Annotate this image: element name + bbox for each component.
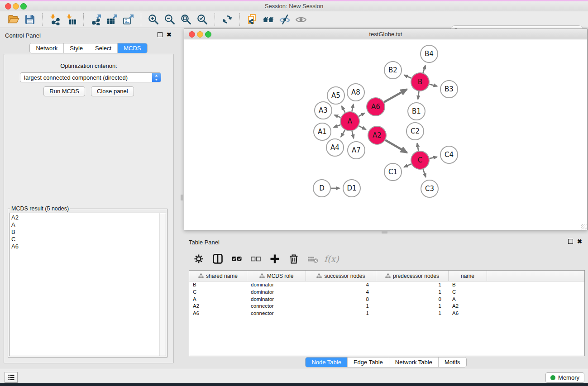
vertical-splitter-handle[interactable] — [181, 195, 183, 200]
table-cell[interactable]: A2 — [449, 303, 487, 310]
hide-selected-button[interactable] — [277, 12, 293, 27]
create-column-button[interactable] — [267, 251, 282, 267]
zoom-in-button[interactable] — [145, 12, 162, 27]
mcds-result-list[interactable]: A2ABCA6 — [9, 213, 166, 356]
apply-layout-button[interactable] — [219, 12, 235, 27]
node-A2[interactable]: A2 — [368, 126, 386, 144]
edge-C-C1[interactable] — [404, 164, 411, 167]
edge-A-A5[interactable] — [342, 106, 345, 113]
result-item[interactable]: A — [11, 221, 166, 229]
edge-B-B3[interactable] — [429, 84, 437, 86]
table-cell[interactable]: 4 — [306, 289, 376, 296]
node-C2[interactable]: C2 — [406, 123, 424, 140]
function-builder-button[interactable]: f(x) — [324, 254, 339, 264]
first-neighbors-button[interactable] — [260, 12, 277, 27]
optimization-criterion-dropdown[interactable]: largest connected component (directed) — [20, 72, 161, 82]
edge-B-B1[interactable] — [418, 91, 419, 100]
close-panel-button[interactable]: Close panel — [91, 86, 134, 96]
select-all-rows-button[interactable] — [229, 251, 244, 267]
table-cell[interactable]: A — [449, 296, 487, 303]
table-cell[interactable]: connector — [247, 310, 306, 317]
table-cell[interactable]: 0 — [376, 296, 449, 303]
show-all-button[interactable] — [293, 12, 309, 27]
table-cell[interactable]: A6 — [449, 310, 487, 317]
task-history-button[interactable] — [5, 372, 18, 383]
edge-A-A4[interactable] — [341, 130, 345, 137]
result-item[interactable]: B — [11, 229, 166, 236]
edge-C-C2[interactable] — [417, 143, 419, 151]
close-panel-icon[interactable]: ✖ — [167, 32, 172, 37]
network-from-selection-button[interactable] — [244, 12, 260, 27]
control-tab-mcds[interactable]: MCDS — [118, 43, 147, 53]
node-A4[interactable]: A4 — [326, 139, 344, 156]
close-table-panel-icon[interactable]: ✖ — [577, 239, 582, 244]
table-cell[interactable]: A6 — [189, 310, 247, 317]
result-item[interactable]: C — [11, 236, 166, 243]
edge-C-C3[interactable] — [423, 169, 426, 177]
memory-button[interactable]: Memory — [545, 372, 584, 383]
table-cell[interactable]: 1 — [376, 289, 449, 296]
node-A5[interactable]: A5 — [327, 87, 344, 104]
node-B[interactable]: B — [411, 73, 429, 91]
minimize-traffic-light[interactable] — [13, 3, 19, 10]
table-row[interactable]: Bdominator41B — [189, 281, 584, 289]
node-C3[interactable]: C3 — [421, 180, 438, 197]
table-cell[interactable]: 1 — [306, 303, 376, 310]
node-A3[interactable]: A3 — [315, 102, 332, 119]
float-panel-icon[interactable] — [158, 32, 163, 37]
control-tab-style[interactable]: Style — [64, 43, 89, 53]
delete-table-button[interactable] — [305, 251, 320, 267]
column-header-shared-name[interactable]: shared name — [189, 271, 247, 281]
node-C4[interactable]: C4 — [440, 146, 458, 163]
table-row[interactable]: A6connector11A6 — [189, 310, 584, 317]
node-D1[interactable]: D1 — [343, 180, 360, 197]
table-cell[interactable]: 1 — [306, 310, 376, 317]
column-header-predecessor-nodes[interactable]: predecessor nodes — [376, 271, 449, 281]
column-header-successor-nodes[interactable]: successor nodes — [306, 271, 376, 281]
close-traffic-light[interactable] — [5, 3, 11, 10]
control-tab-select[interactable]: Select — [89, 43, 118, 53]
table-tab-edge-table[interactable]: Edge Table — [348, 357, 389, 367]
import-table-button[interactable] — [63, 12, 79, 27]
network-zoom-traffic-light[interactable] — [205, 31, 211, 38]
node-A6[interactable]: A6 — [367, 98, 385, 116]
resize-grip-icon[interactable] — [581, 224, 587, 229]
run-mcds-button[interactable]: Run MCDS — [43, 86, 85, 96]
toggle-panel-layout-button[interactable] — [210, 251, 225, 267]
network-canvas[interactable]: AA1A2A3A4A5A6A7A8BB1B2B3B4CC1C2C3C4DD1 — [184, 39, 587, 230]
table-cell[interactable]: C — [449, 289, 487, 296]
edge-C-C4[interactable] — [430, 157, 437, 158]
open-session-button[interactable] — [5, 12, 22, 27]
edge-A-A2[interactable] — [359, 126, 366, 129]
table-row[interactable]: A2connector11A2 — [189, 303, 584, 310]
zoom-fit-button[interactable] — [178, 12, 194, 27]
node-C[interactable]: C — [411, 151, 429, 169]
node-B3[interactable]: B3 — [440, 81, 458, 98]
node-A1[interactable]: A1 — [314, 123, 331, 140]
table-cell[interactable]: A — [189, 296, 247, 303]
edge-A6-B[interactable] — [384, 89, 407, 102]
node-B4[interactable]: B4 — [421, 45, 438, 62]
edge-A-A7[interactable] — [352, 131, 354, 138]
result-item[interactable]: A6 — [11, 243, 166, 250]
node-A[interactable]: A — [340, 112, 359, 131]
table-cell[interactable]: dominator — [247, 289, 306, 296]
edge-A-A8[interactable] — [352, 104, 353, 111]
export-table-button[interactable] — [104, 12, 120, 27]
table-cell[interactable]: 1 — [376, 303, 449, 310]
import-network-button[interactable] — [47, 12, 63, 27]
table-tab-node-table[interactable]: Node Table — [306, 357, 348, 367]
node-A8[interactable]: A8 — [347, 84, 364, 101]
network-close-traffic-light[interactable] — [189, 31, 195, 38]
table-cell[interactable]: B — [449, 281, 487, 289]
table-row[interactable]: Adominator80A — [189, 296, 584, 303]
table-cell[interactable]: 4 — [306, 281, 376, 289]
control-tab-network[interactable]: Network — [30, 43, 64, 53]
deselect-all-rows-button[interactable] — [248, 251, 263, 267]
table-cell[interactable]: 1 — [376, 310, 449, 317]
column-header-MCDS-role[interactable]: MCDS role — [247, 271, 306, 281]
table-cell[interactable]: dominator — [247, 296, 306, 303]
network-window-titlebar[interactable]: testGlobe.txt — [184, 29, 587, 39]
edge-A-A1[interactable] — [334, 125, 340, 128]
node-B2[interactable]: B2 — [384, 62, 402, 79]
